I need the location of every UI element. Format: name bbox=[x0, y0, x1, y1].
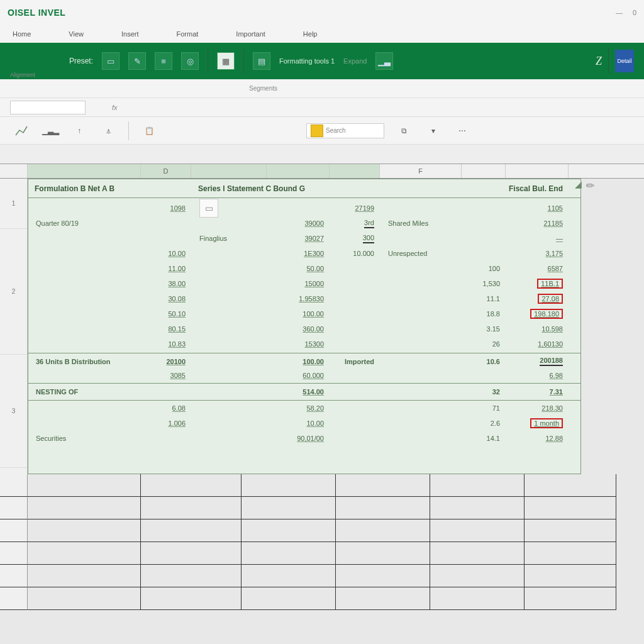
target-icon[interactable]: ◎ bbox=[181, 52, 199, 70]
clipboard-icon[interactable]: 📋 bbox=[140, 122, 158, 140]
cell[interactable] bbox=[430, 587, 525, 610]
cell[interactable]: 36 Units B Distribution bbox=[28, 358, 142, 365]
cell[interactable]: 21185 bbox=[506, 219, 569, 227]
cell[interactable]: 11.00 bbox=[142, 265, 192, 272]
line-chart-icon[interactable] bbox=[13, 122, 30, 140]
table-icon[interactable]: ▦ bbox=[217, 52, 235, 70]
cell[interactable] bbox=[242, 565, 336, 587]
name-box[interactable] bbox=[10, 101, 86, 114]
table-row[interactable]: 1.00610.002.61 month bbox=[28, 416, 580, 431]
cell[interactable]: Unrespected bbox=[380, 250, 462, 257]
cell[interactable] bbox=[336, 474, 430, 497]
cell[interactable]: 100 bbox=[462, 265, 506, 272]
cell[interactable] bbox=[28, 565, 141, 587]
cell[interactable]: 10.83 bbox=[142, 340, 192, 348]
cell[interactable] bbox=[141, 474, 242, 497]
menu-tab-home[interactable]: Home bbox=[13, 30, 31, 38]
cell[interactable]: 60.000 bbox=[267, 372, 330, 379]
cell[interactable]: 10.00 bbox=[142, 250, 192, 257]
cell[interactable] bbox=[0, 474, 28, 497]
select-all-corner[interactable] bbox=[0, 164, 28, 178]
cell[interactable]: 3,175 bbox=[506, 250, 569, 257]
cell[interactable]: 27199 bbox=[330, 204, 380, 212]
cell[interactable]: Finaglius bbox=[192, 235, 267, 242]
cell[interactable]: 32 bbox=[462, 388, 506, 396]
cell[interactable]: 6.98 bbox=[506, 372, 569, 379]
cell[interactable]: 20100 bbox=[142, 358, 192, 365]
cell[interactable] bbox=[0, 542, 28, 565]
cell[interactable] bbox=[336, 542, 430, 565]
cell[interactable]: 100.00 bbox=[267, 358, 330, 365]
cell[interactable]: 30.08 bbox=[142, 295, 192, 303]
table-row[interactable]: 6.0858.2071218.30 bbox=[28, 401, 580, 416]
cell[interactable] bbox=[0, 519, 28, 542]
cell[interactable]: Shared Miles bbox=[380, 219, 462, 227]
cell[interactable] bbox=[141, 519, 242, 542]
col-header-g[interactable] bbox=[462, 164, 506, 178]
cell[interactable] bbox=[28, 474, 141, 497]
table-row[interactable] bbox=[0, 474, 616, 497]
copy-icon[interactable]: ⧉ bbox=[396, 122, 413, 140]
cell[interactable]: 15300 bbox=[267, 340, 330, 348]
cell[interactable] bbox=[525, 565, 616, 587]
cell[interactable] bbox=[525, 587, 616, 610]
col-header-h[interactable] bbox=[506, 164, 569, 178]
sort-icon[interactable]: Z bbox=[596, 55, 602, 68]
cell[interactable]: 1,60130 bbox=[506, 340, 569, 348]
table-row[interactable]: NESTING OF514.00327.31 bbox=[28, 383, 580, 401]
cell[interactable]: 1,530 bbox=[462, 280, 506, 287]
arrow-up-icon[interactable]: ↑ bbox=[70, 122, 88, 140]
table-row[interactable]: 1098▭271991105 bbox=[28, 201, 580, 216]
cell[interactable] bbox=[0, 565, 28, 587]
cell[interactable] bbox=[28, 497, 141, 519]
cell[interactable] bbox=[0, 587, 28, 610]
more-icon[interactable]: ⋯ bbox=[453, 122, 471, 140]
cell[interactable] bbox=[141, 587, 242, 610]
table-row[interactable] bbox=[0, 497, 616, 519]
cell[interactable]: 10.598 bbox=[506, 325, 569, 333]
cell[interactable]: 38.00 bbox=[142, 280, 192, 287]
cell[interactable]: 300 bbox=[330, 234, 380, 243]
cell[interactable]: 50.00 bbox=[267, 265, 330, 272]
cell[interactable] bbox=[430, 519, 525, 542]
sheet-icon[interactable]: ▤ bbox=[253, 52, 270, 70]
cell[interactable]: 2.6 bbox=[462, 419, 506, 427]
table-row[interactable]: 50.10100.0018.8198.180 bbox=[28, 306, 580, 321]
cell[interactable] bbox=[336, 497, 430, 519]
cell[interactable]: 39000 bbox=[267, 219, 330, 227]
cell[interactable]: NESTING OF bbox=[28, 388, 142, 396]
cell[interactable]: 7.31 bbox=[506, 388, 569, 396]
cell[interactable]: 1105 bbox=[506, 204, 569, 212]
table-row[interactable]: 10.8315300261,60130 bbox=[28, 336, 580, 352]
cell[interactable] bbox=[430, 474, 525, 497]
cell[interactable]: 6.08 bbox=[142, 404, 192, 412]
row-marker-2[interactable]: 2 bbox=[0, 229, 27, 355]
cell[interactable]: 218.30 bbox=[506, 404, 569, 412]
cell[interactable]: 100.00 bbox=[267, 310, 330, 318]
cell[interactable]: 1.006 bbox=[142, 419, 192, 427]
cell[interactable]: 10.6 bbox=[462, 358, 506, 365]
menu-tab-insert[interactable]: Insert bbox=[121, 30, 139, 38]
row-marker-1[interactable]: 1 bbox=[0, 179, 27, 229]
cell[interactable]: 1098 bbox=[142, 204, 192, 212]
table-row[interactable]: Quarter 80/19390003rdShared Miles21185 bbox=[28, 216, 580, 231]
cell[interactable]: 18.8 bbox=[462, 310, 506, 318]
cell[interactable]: 360.00 bbox=[267, 325, 330, 333]
chart-icon[interactable]: ▁▃ bbox=[375, 52, 393, 70]
dropdown-icon[interactable]: ▾ bbox=[425, 122, 442, 140]
align-icon[interactable]: ≡ bbox=[155, 52, 172, 70]
bar-chart-icon[interactable]: ▁▃▂ bbox=[42, 122, 59, 140]
cell[interactable] bbox=[525, 542, 616, 565]
cell[interactable]: 14.1 bbox=[462, 435, 506, 442]
cell[interactable] bbox=[28, 519, 141, 542]
cell[interactable]: 50.10 bbox=[142, 310, 192, 318]
cell[interactable]: 80.15 bbox=[142, 325, 192, 333]
cell[interactable]: 27.08 bbox=[506, 295, 569, 303]
edit-pencil-icon[interactable]: ✎ bbox=[583, 179, 597, 193]
row-marker-3[interactable]: 3 bbox=[0, 355, 27, 468]
cell[interactable]: 26 bbox=[462, 340, 506, 348]
cell[interactable]: 1E300 bbox=[267, 250, 330, 257]
cell[interactable] bbox=[525, 519, 616, 542]
table-row[interactable]: 38.00150001,53011B.1 bbox=[28, 276, 580, 291]
table-row[interactable]: 36 Units B Distribution20100100.00Import… bbox=[28, 353, 580, 368]
